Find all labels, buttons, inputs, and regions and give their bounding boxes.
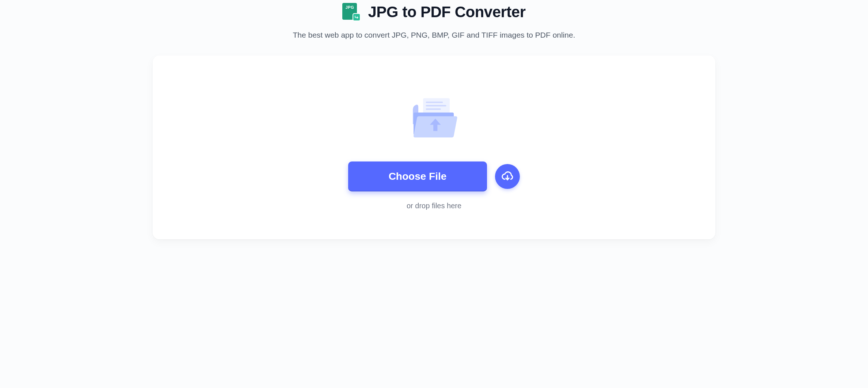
- page-title: JPG to PDF Converter: [368, 3, 525, 21]
- page-header: JPG JPG to PDF Converter The best web ap…: [293, 0, 575, 39]
- upload-card[interactable]: Choose File or drop files here: [153, 56, 715, 239]
- svg-rect-2: [426, 105, 446, 106]
- folder-upload-icon: [407, 92, 461, 143]
- jpg-file-icon-tag: JPG: [346, 5, 354, 9]
- jpg-file-icon: JPG: [342, 3, 361, 21]
- page-subtitle: The best web app to convert JPG, PNG, BM…: [293, 31, 575, 39]
- svg-rect-3: [426, 109, 441, 110]
- svg-rect-1: [426, 102, 443, 103]
- convert-arrow-icon: [353, 13, 361, 21]
- cloud-download-icon: [501, 170, 514, 183]
- drop-files-hint: or drop files here: [407, 202, 461, 210]
- cloud-import-button[interactable]: [495, 164, 520, 189]
- upload-controls: Choose File: [348, 161, 520, 191]
- choose-file-button[interactable]: Choose File: [348, 161, 487, 191]
